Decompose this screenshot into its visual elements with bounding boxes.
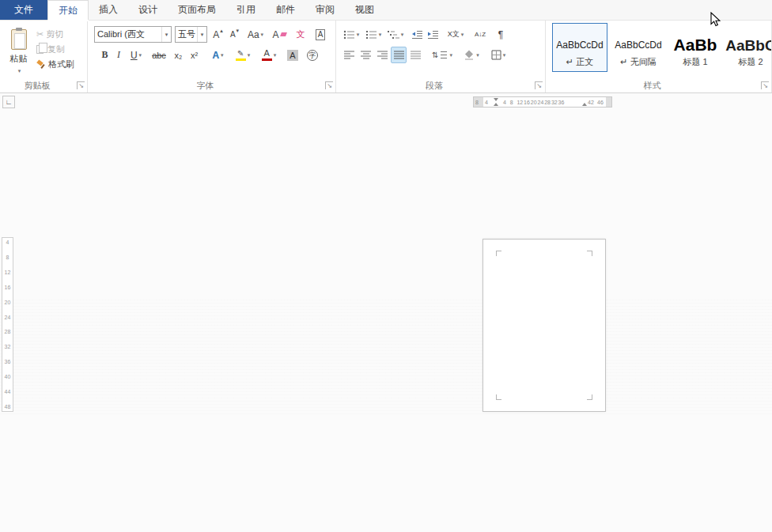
distribute-button[interactable] [407,47,423,63]
format-painter-label: 格式刷 [48,58,74,70]
change-case-button[interactable]: Aa▾ [244,26,267,43]
enclose-character-glyph: 字 [307,50,318,61]
tab-视图[interactable]: 视图 [345,0,384,20]
tab-设计[interactable]: 设计 [128,0,168,20]
hanging-indent-marker[interactable] [494,103,498,106]
canvas-texture [0,297,772,414]
styles-group: AaBbCcDd ↵ 正文 AaBbCcDd ↵ 无间隔 AaBb 标题 1 A… [546,21,772,92]
underline-button[interactable]: U▾ [126,47,146,63]
superscript-letters: x² [191,51,198,60]
vertical-ruler-number: 28 [5,329,11,334]
character-shading-button[interactable]: A [284,47,301,63]
numbering-button[interactable]: ▾ [363,26,384,43]
italic-button[interactable]: I [113,47,124,63]
align-center-icon [360,51,372,59]
numbered-list-icon [365,30,377,40]
chevron-down-icon: ▾ [401,32,404,37]
increase-indent-icon [427,30,439,40]
text-highlight-button[interactable]: ✎ ▾ [231,47,255,63]
scissors-icon: ✂ [36,30,44,39]
font-size-combo[interactable]: 五号 ▾ [175,26,207,43]
paragraph-dialog-launcher[interactable]: ↘ [535,81,543,89]
chevron-down-icon[interactable]: ▾ [161,27,171,42]
styles-dialog-launcher[interactable]: ↘ [761,81,769,89]
horizontal-ruler-number: 4 [485,100,488,105]
text-effects-button[interactable]: A▾ [207,47,229,63]
asian-layout-icon: X文 [448,31,460,38]
horizontal-ruler-number: 8 [475,100,479,105]
vertical-ruler[interactable]: 4812162024283236404448 [2,237,13,412]
margin-crop-mark [496,251,501,256]
style-item-heading1[interactable]: AaBb 标题 1 [669,23,721,72]
first-line-indent-marker[interactable] [494,98,498,101]
format-painter-button[interactable]: 格式刷 [36,57,74,71]
increase-indent-button[interactable] [425,26,441,43]
strikethrough-button[interactable]: abc [149,47,169,63]
font-name-combo[interactable]: Calibri (西文 ▾ [94,26,172,43]
font-color-bar [262,58,272,61]
align-center-button[interactable] [358,47,373,63]
chevron-down-icon: ▾ [449,52,452,58]
horizontal-ruler-number: 4 [503,100,506,105]
show-paragraph-marks-button[interactable]: ¶ [493,26,509,43]
paste-button[interactable]: 粘贴 ▾ [4,24,33,90]
horizontal-ruler-number: 20 [531,100,537,105]
clear-formatting-button[interactable]: A [270,26,289,43]
align-right-button[interactable] [374,47,390,63]
copy-button[interactable]: 复制 [36,42,65,56]
chevron-down-icon: ▾ [461,32,464,37]
change-case-letters: Aa [248,29,259,40]
chevron-down-icon[interactable]: ▾ [197,27,206,42]
chevron-down-icon: ▾ [503,52,506,58]
subscript-button[interactable]: x₂ [171,47,186,63]
cut-label: 剪切 [46,28,63,40]
cut-button[interactable]: ✂ 剪切 [36,27,63,41]
superscript-button[interactable]: x² [187,47,202,63]
bold-button[interactable]: B [98,47,112,63]
sort-button[interactable]: A↓Z [471,26,490,43]
asian-layout-button[interactable]: X文 ▾ [444,26,467,43]
font-group: Calibri (西文 ▾ 五号 ▾ A▴ A▾ Aa▾ A 文 [88,21,336,92]
justify-button[interactable] [391,47,407,63]
style-item-no-spacing[interactable]: AaBbCcDd ↵ 无间隔 [611,23,666,72]
vertical-ruler-number: 8 [6,255,9,260]
tab-stop-selector[interactable]: ∟ [2,96,15,108]
tab-页面布局[interactable]: 页面布局 [168,0,226,20]
tab-file[interactable]: 文件 [0,0,47,20]
character-border-button[interactable]: A [312,26,328,43]
document-page[interactable] [482,239,606,412]
line-spacing-lines-icon [440,51,448,59]
borders-button[interactable]: ▾ [486,47,510,63]
font-color-button[interactable]: A ▾ [257,47,281,63]
tab-开始[interactable]: 开始 [47,0,89,20]
line-spacing-button[interactable]: ⇅ ▾ [430,47,455,63]
horizontal-ruler[interactable]: 8448121620242832364246 [473,96,612,108]
borders-grid-icon [491,50,501,60]
align-left-icon [343,51,355,59]
style-item-normal[interactable]: AaBbCcDd ↵ 正文 [552,23,607,72]
strikethrough-letters: abc [152,51,166,60]
multilevel-list-button[interactable]: ▾ [385,26,406,43]
shrink-font-button[interactable]: A▾ [227,26,242,43]
grow-font-button[interactable]: A▴ [210,26,225,43]
align-left-button[interactable] [341,47,357,63]
decrease-indent-button[interactable] [409,26,425,43]
font-dialog-launcher[interactable]: ↘ [325,81,333,89]
enclose-character-button[interactable]: 字 [304,47,321,63]
clipboard-dialog-launcher[interactable]: ↘ [77,81,85,89]
style-preview: AaBbCcDd [615,40,661,51]
tab-插入[interactable]: 插入 [89,0,128,20]
tab-邮件[interactable]: 邮件 [266,0,305,20]
shading-button[interactable]: ▾ [460,47,483,63]
bullets-button[interactable]: ▾ [341,26,361,43]
tab-审阅[interactable]: 审阅 [305,0,345,20]
phonetic-guide-button[interactable]: 文 [292,26,309,43]
paste-clipboard-icon [11,29,27,50]
style-item-heading2[interactable]: AaBbC 标题 2 [725,23,772,72]
right-indent-marker[interactable] [582,103,587,106]
document-canvas[interactable] [0,93,772,532]
tab-引用[interactable]: 引用 [226,0,266,20]
highlight-pen-icon: ✎ [237,50,244,58]
style-preview: AaBbCcDd [556,40,603,51]
horizontal-ruler-number: 36 [558,100,565,105]
